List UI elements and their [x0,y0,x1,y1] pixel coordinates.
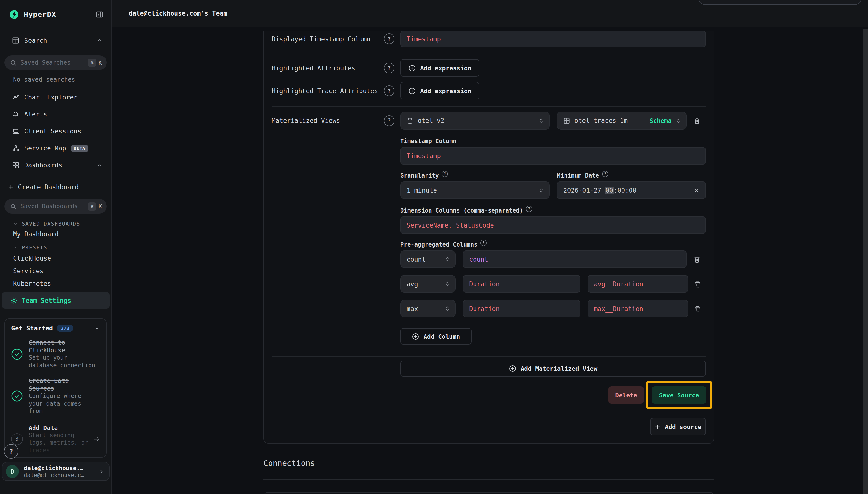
aggregate-expr-input-box [463,275,580,292]
help-tooltip-icon[interactable]: ? [384,34,394,44]
group-label: SAVED DASHBOARDS [22,221,80,227]
page-title: dale@clickhouse.com's Team [129,10,227,17]
delete-source-button[interactable]: Delete [609,386,644,404]
aggregate-alias-input[interactable] [594,280,682,287]
help-tooltip-icon[interactable]: ? [384,86,394,96]
field-sublabel: Pre-aggregated Columns [400,241,478,248]
aggregate-expr-input[interactable] [469,305,574,312]
saved-searches-input[interactable]: ⌘ K [4,55,107,70]
plus-circle-icon [408,87,416,94]
search-icon [10,203,17,209]
add-materialized-view-label: Add Materialized View [521,365,597,372]
save-source-button[interactable]: Save Source [652,386,707,404]
mv-table-select[interactable]: otel_traces_1m Schema [557,112,687,130]
preaggregated-row: avg [400,275,706,292]
clear-date-icon[interactable] [693,187,700,193]
help-tooltip-icon[interactable]: ? [442,171,448,177]
step-desc-line: Set up your [28,354,95,362]
aggregate-expr-input[interactable] [469,255,680,263]
sidebar-item-search[interactable]: Search [0,35,111,46]
add-expression-button[interactable]: Add expression [400,82,480,99]
field-label: Displayed Timestamp Column [272,35,370,42]
sidebar-item-service-map[interactable]: Service Map BETA [0,140,111,157]
connections-heading: Connections [264,459,714,466]
divider [264,479,714,480]
help-tooltip-icon[interactable]: ? [384,115,394,126]
add-source-button[interactable]: Add source [650,418,706,435]
scrollbar[interactable] [863,29,868,494]
field-sublabel: Timestamp Column [400,137,706,145]
minimum-date-time-rest: :00:00 [614,187,637,194]
group-presets[interactable]: PRESETS [0,244,111,251]
aggregate-alias-input[interactable] [594,305,682,312]
step-title-line: Sources [28,385,81,393]
user-menu[interactable]: D dale@clickhouse.… dale@clickhouse.c… [2,462,110,481]
chevron-down-icon [13,221,18,226]
step-title-line: ClickHouse [28,346,95,354]
sidebar-item-team-settings[interactable]: Team Settings [2,292,110,309]
sidebar-item-chart-explorer[interactable]: Chart Explorer [0,89,111,106]
group-label: PRESETS [22,245,47,250]
add-expression-button[interactable]: Add expression [400,59,480,77]
aggregate-fn-select[interactable]: count [400,250,456,268]
sidebar-item-my-dashboard[interactable]: My Dashboard [0,230,111,238]
table-icon [563,117,570,124]
get-started-header[interactable]: Get Started 2/3 [11,325,100,332]
sidebar-item-client-sessions[interactable]: Client Sessions [0,123,111,140]
chevron-up-icon[interactable] [97,162,102,168]
help-tooltip-icon[interactable]: ? [526,206,532,212]
help-tooltip-icon[interactable]: ? [602,171,608,177]
schema-link[interactable]: Schema [650,117,675,124]
step-title-line: Create Data [28,377,81,385]
sidebar: HyperDX Search ⌘ K No saved searches [0,0,112,494]
aggregate-expr-input[interactable] [469,280,574,287]
minimum-date-input[interactable]: 2026-01-27 00:00:00 [557,182,706,199]
select-chevrons-icon [444,281,450,287]
sidebar-collapse-button[interactable] [96,11,103,18]
get-started-step-add-data[interactable]: 3 Add Data Start sending logs, metrics, … [11,424,100,454]
beta-badge: BETA [71,145,88,152]
sidebar-item-kubernetes[interactable]: Kubernetes [0,279,111,288]
add-materialized-view-button[interactable]: Add Materialized View [400,361,706,377]
sidebar-item-label: Service Map [24,145,66,152]
aggregate-expr-input-box [463,250,687,268]
sidebar-item-alerts[interactable]: Alerts [0,106,111,123]
add-source-row: Add source [272,418,706,435]
sidebar-item-clickhouse[interactable]: ClickHouse [0,254,111,263]
delete-column-button[interactable] [693,255,701,263]
minimum-date-selected-segment: 00 [605,187,614,194]
help-button[interactable]: ? [4,444,18,459]
get-started-panel: Get Started 2/3 Connect to ClickHouse Se… [4,318,107,458]
saved-dashboards-input[interactable]: ⌘ K [4,199,107,213]
sidebar-item-services[interactable]: Services [0,266,111,275]
delete-column-button[interactable] [694,305,701,312]
chevron-up-icon[interactable] [94,325,100,331]
add-column-button[interactable]: Add Column [400,328,471,344]
saved-dashboards-field[interactable] [20,203,88,210]
granularity-value: 1 minute [407,187,437,194]
sidebar-item-dashboards[interactable]: Dashboards [0,157,111,174]
help-tooltip-icon[interactable]: ? [480,240,487,246]
mv-timestamp-input[interactable] [407,152,700,159]
help-tooltip-icon[interactable]: ? [384,63,394,73]
group-saved-dashboards[interactable]: SAVED DASHBOARDS [0,220,111,228]
mv-database-select[interactable]: otel_v2 [400,112,550,130]
chevron-right-icon [98,469,104,474]
get-started-step-sources[interactable]: Create Data Sources Configure where your… [11,377,100,415]
displayed-timestamp-input[interactable] [407,35,700,42]
create-dashboard-button[interactable]: Create Dashboard [0,182,111,192]
field-sublabel: Minimum Date [557,172,599,179]
aggregate-fn-select[interactable]: max [400,300,456,317]
granularity-select[interactable]: 1 minute [400,182,550,199]
step-desc-line: logs, metrics, or [28,439,88,447]
dimension-columns-input[interactable] [407,222,700,229]
service-map-icon [12,145,20,152]
saved-searches-field[interactable] [20,59,88,66]
chevron-up-icon[interactable] [97,37,102,43]
aggregate-fn-select[interactable]: avg [400,275,456,292]
sidebar-item-label: Alerts [24,111,47,118]
get-started-step-connect[interactable]: Connect to ClickHouse Set up your databa… [11,339,100,369]
delete-materialized-view-button[interactable] [693,117,701,124]
get-started-title: Get Started [11,325,53,332]
delete-column-button[interactable] [694,280,701,287]
